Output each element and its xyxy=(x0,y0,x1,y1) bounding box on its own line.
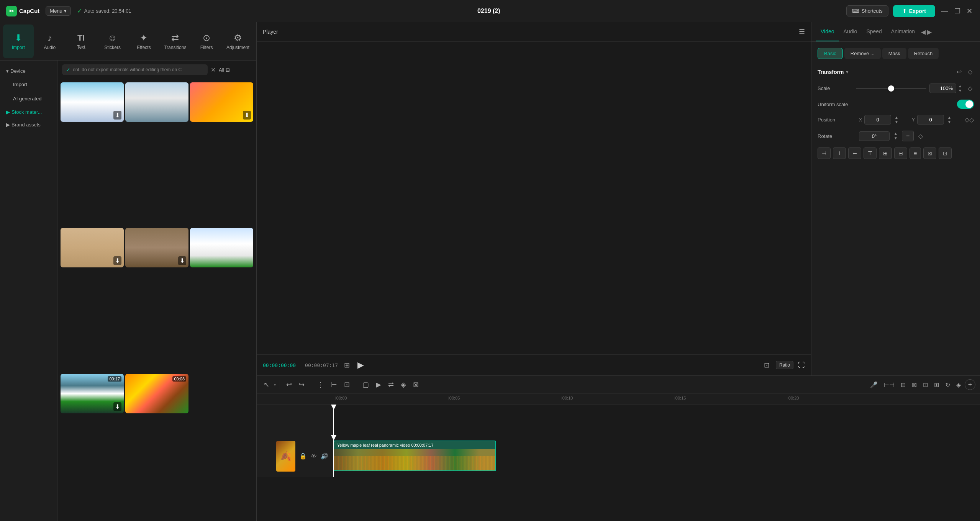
select-tool-button[interactable]: ↖ xyxy=(261,379,272,390)
track-audio-button[interactable]: 🔊 xyxy=(321,452,328,460)
subtab-retouch[interactable]: Retouch xyxy=(908,48,939,59)
shortcuts-button[interactable]: ⌨ Shortcuts xyxy=(846,5,888,16)
align-distribute-v-button[interactable]: ⊠ xyxy=(923,147,936,159)
media-item-6[interactable] xyxy=(190,228,253,267)
play-timeline-button[interactable]: ▶ xyxy=(374,379,383,390)
notice-close-button[interactable]: ✕ xyxy=(211,66,216,74)
tab-animation[interactable]: Animation xyxy=(887,22,919,41)
position-y-down[interactable]: ▼ xyxy=(946,120,952,125)
media-item-4[interactable]: ⬇ xyxy=(61,228,124,267)
tool-transitions[interactable]: ⇄ Transitions xyxy=(160,25,190,58)
align-top-button[interactable]: ⊤ xyxy=(864,147,877,159)
tool-stickers[interactable]: ☺ Stickers xyxy=(97,25,128,58)
tool-text[interactable]: TI Text xyxy=(66,25,97,58)
close-button[interactable]: ✕ xyxy=(965,5,974,17)
undo-button[interactable]: ↩ xyxy=(284,379,294,390)
play-button[interactable]: ▶ xyxy=(356,359,365,372)
align-bottom-button[interactable]: ⊟ xyxy=(894,147,907,159)
all-filter-button[interactable]: All ⊟ xyxy=(219,67,230,73)
more-tabs-icon[interactable]: ◀ xyxy=(921,28,926,36)
align-right-button[interactable]: ⊢ xyxy=(848,147,861,159)
transform-keyframe-button[interactable]: ◇ xyxy=(966,67,974,77)
position-link-button[interactable]: ◇◇ xyxy=(965,116,974,123)
minimize-button[interactable]: — xyxy=(940,5,950,16)
media-item-5[interactable]: ⬇ xyxy=(125,228,188,267)
download-icon-4[interactable]: ⬇ xyxy=(113,256,121,265)
align-center-v-button[interactable]: ⊞ xyxy=(879,147,892,159)
split-button[interactable]: ⋮ xyxy=(315,379,326,390)
media-item-2[interactable] xyxy=(125,82,188,122)
transform-button[interactable]: ⊠ xyxy=(411,379,421,390)
tab-video[interactable]: Video xyxy=(816,22,839,41)
download-icon-3[interactable]: ⬇ xyxy=(243,111,251,120)
tool-import[interactable]: ⬇ Import xyxy=(3,25,34,58)
position-x-input[interactable] xyxy=(864,115,891,125)
magnet-button[interactable]: ⊢⊣ xyxy=(882,380,897,390)
mask-button[interactable]: ◈ xyxy=(398,379,408,390)
sidebar-item-ai-generated[interactable]: AI generated xyxy=(2,92,55,105)
tool-adjustment[interactable]: ⚙ Adjustment xyxy=(223,25,253,58)
align-distribute-h-button[interactable]: ≡ xyxy=(910,147,921,159)
sidebar-item-import[interactable]: Import xyxy=(2,78,55,91)
rotate-down[interactable]: ▼ xyxy=(893,136,899,141)
sidebar-item-stock[interactable]: ▶ Stock mater... xyxy=(0,106,57,118)
delete-button[interactable]: ⊡ xyxy=(342,379,352,390)
scale-slider[interactable] xyxy=(856,88,926,89)
download-icon-7[interactable]: ⬇ xyxy=(113,402,121,411)
crop-button[interactable]: ▢ xyxy=(360,379,371,390)
position-x-down[interactable]: ▼ xyxy=(893,120,900,125)
rotate-up[interactable]: ▲ xyxy=(893,131,899,136)
unlink-button[interactable]: ⊠ xyxy=(910,380,919,390)
media-item-8[interactable]: 00:08 xyxy=(125,374,188,413)
tool-effects[interactable]: ✦ Effects xyxy=(129,25,159,58)
menu-button[interactable]: Menu ▾ xyxy=(46,6,71,16)
position-y-input[interactable] xyxy=(917,115,944,125)
track-thumbnail-button[interactable]: 🍂 xyxy=(276,441,295,472)
scale-keyframe-button[interactable]: ◇ xyxy=(966,83,974,93)
link-button[interactable]: ⊟ xyxy=(898,380,908,390)
tab-audio[interactable]: Audio xyxy=(839,22,862,41)
tool-audio[interactable]: ♪ Audio xyxy=(34,25,65,58)
fullscreen-button[interactable]: ⛶ xyxy=(798,361,805,369)
download-icon-5[interactable]: ⬇ xyxy=(178,256,186,265)
tool-filters[interactable]: ⊙ Filters xyxy=(191,25,222,58)
uniform-scale-toggle[interactable] xyxy=(957,100,974,109)
scale-up-button[interactable]: ▲ xyxy=(957,84,963,88)
media-item-1[interactable]: ⬇ xyxy=(61,82,124,122)
subtab-remove[interactable]: Remove ... xyxy=(844,48,881,59)
download-icon-1[interactable]: ⬇ xyxy=(113,111,121,120)
video-clip[interactable]: Yellow maple leaf real panoramic video 0… xyxy=(333,441,496,471)
ratio-button[interactable]: Ratio xyxy=(776,361,793,369)
rotate-keyframe-button[interactable]: ◇ xyxy=(917,131,924,141)
rotate-flip-button[interactable]: − xyxy=(902,131,914,141)
align-grid-button[interactable]: ⊡ xyxy=(939,147,952,159)
media-item-7[interactable]: 00:17 ⬇ xyxy=(61,374,124,413)
position-x-up[interactable]: ▲ xyxy=(893,115,900,120)
player-menu-icon[interactable]: ☰ xyxy=(799,28,805,36)
track-area[interactable]: Yellow maple leaf real panoramic video 0… xyxy=(333,435,980,477)
sidebar-item-device[interactable]: ▾ Device xyxy=(0,65,57,77)
flip-button[interactable]: ⇌ xyxy=(386,379,396,390)
subtab-basic[interactable]: Basic xyxy=(818,48,843,59)
record-button[interactable]: 🎤 xyxy=(868,380,880,390)
restore-button[interactable]: ❐ xyxy=(953,5,962,17)
caption-button[interactable]: ⊞ xyxy=(932,380,941,390)
split2-button[interactable]: ⊢ xyxy=(329,379,339,390)
rotate-input[interactable] xyxy=(859,131,890,141)
subtitle-button[interactable]: ⊡ xyxy=(921,380,930,390)
align-left-button[interactable]: ⊣ xyxy=(818,147,831,159)
tab-speed[interactable]: Speed xyxy=(862,22,886,41)
fit-button[interactable]: ⊡ xyxy=(762,359,771,371)
export-button[interactable]: ⬆ Export xyxy=(893,5,935,17)
align-center-h-button[interactable]: ⊥ xyxy=(833,147,846,159)
expand-icon[interactable]: ▶ xyxy=(927,28,932,36)
track-lock-button[interactable]: 🔒 xyxy=(299,452,307,460)
scale-down-button[interactable]: ▼ xyxy=(957,88,963,93)
sidebar-item-brand[interactable]: ▶ Brand assets xyxy=(0,119,57,131)
grid-view-button[interactable]: ⊞ xyxy=(343,359,351,371)
loop-button[interactable]: ↻ xyxy=(943,380,952,390)
transform-reset-button[interactable]: ↩ xyxy=(955,67,963,77)
add-track-button[interactable]: + xyxy=(965,379,975,390)
position-y-up[interactable]: ▲ xyxy=(946,115,952,120)
fill-button[interactable]: ◈ xyxy=(954,380,963,390)
